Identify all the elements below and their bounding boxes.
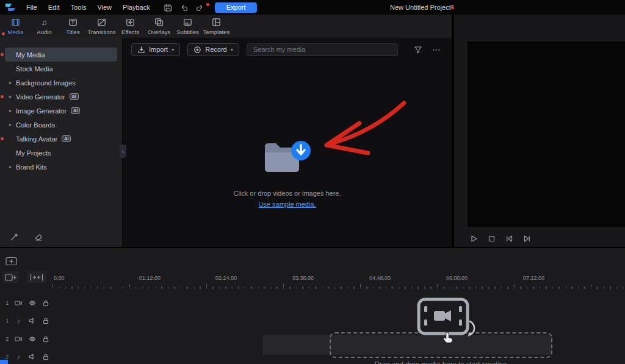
use-sample-media-link[interactable]: Use sample media. <box>123 201 452 208</box>
media-toolbar: Import ▾ Record ▾ ⋯ <box>123 38 452 61</box>
sidebar-item-image-generator[interactable]: ▸ Image Generator AI <box>5 104 117 118</box>
preview-panel <box>454 15 625 247</box>
stop-button[interactable] <box>486 234 497 244</box>
tab-label: Audio <box>37 29 51 35</box>
eraser-button[interactable] <box>32 231 44 243</box>
record-button[interactable]: Record ▾ <box>187 43 239 56</box>
tab-media[interactable]: Media <box>1 15 30 38</box>
ruler-label: 02:24:00 <box>215 275 237 281</box>
magic-wand-icon <box>10 232 19 241</box>
sidebar-item-color-boards[interactable]: ▸ Color Boards <box>5 118 117 132</box>
filter-button[interactable] <box>413 44 424 55</box>
sidebar-item-label: My Media <box>16 51 45 59</box>
speaker-icon <box>29 317 36 324</box>
next-frame-button[interactable] <box>522 234 532 244</box>
more-options-button[interactable]: ⋯ <box>431 44 442 55</box>
track-header-video-2: 2 <box>0 332 51 346</box>
redo-icon <box>196 4 204 12</box>
lock-track-button[interactable] <box>41 334 51 344</box>
sidebar-item-label: Image Generator <box>16 107 67 115</box>
menu-edit[interactable]: Edit <box>43 0 65 15</box>
chevron-right-icon: ▸ <box>9 164 12 170</box>
sidebar-item-label: Background Images <box>16 79 76 87</box>
timeline-view-button[interactable] <box>4 255 19 268</box>
eraser-icon <box>34 232 43 241</box>
toggle-visibility-button[interactable] <box>27 298 37 308</box>
search-input[interactable] <box>247 43 398 56</box>
lock-track-button[interactable] <box>41 352 51 362</box>
tab-subtitles[interactable]: Subtitles <box>173 15 202 38</box>
audio-track-icon: ♪ <box>17 353 21 360</box>
track-number: 2 <box>4 336 10 342</box>
menubar: File Edit Tools View Playback <box>0 0 625 15</box>
sidebar-item-my-media[interactable]: My Media <box>5 48 117 62</box>
sidebar-item-my-projects[interactable]: My Projects <box>5 146 117 160</box>
sidebar-item-brand-kits[interactable]: ▸ Brand Kits <box>5 160 117 174</box>
filter-icon <box>414 45 422 54</box>
video-track-icon <box>15 335 23 343</box>
audio-tab-icon: ♫ <box>42 18 48 27</box>
menu-file[interactable]: File <box>21 0 43 15</box>
video-track-icon <box>15 299 23 307</box>
menu-playback[interactable]: Playback <box>117 0 156 15</box>
tab-overlays[interactable]: Overlays <box>145 15 173 38</box>
play-button[interactable] <box>469 234 479 244</box>
save-button[interactable] <box>163 2 173 13</box>
menu-tools[interactable]: Tools <box>65 0 92 15</box>
mute-track-button[interactable] <box>27 352 37 362</box>
chevron-right-icon: ▸ <box>9 122 12 127</box>
toggle-visibility-button[interactable] <box>27 334 37 344</box>
sidebar-item-video-generator[interactable]: ▸ Video Generator AI <box>5 90 117 104</box>
tab-transitions[interactable]: Transitions <box>87 15 116 38</box>
step-back-icon <box>505 235 513 243</box>
ruler-label: 03:36:00 <box>292 275 314 281</box>
sidebar-item-label: Color Boards <box>16 121 55 129</box>
overlays-tab-icon <box>154 18 164 27</box>
chevron-left-icon: ‹ <box>122 148 125 155</box>
drop-folder-illustration[interactable] <box>261 135 313 179</box>
ellipsis-icon: ⋯ <box>432 45 441 54</box>
menu-view[interactable]: View <box>92 0 117 15</box>
notification-dot <box>2 32 5 35</box>
tab-titles[interactable]: Titles <box>59 15 87 38</box>
undo-icon <box>180 4 188 12</box>
timeline-view-icon <box>5 257 18 266</box>
tab-label: Media <box>8 29 24 35</box>
lock-track-button[interactable] <box>41 298 51 308</box>
redo-button[interactable] <box>195 2 205 13</box>
sidebar-item-stock-media[interactable]: Stock Media <box>5 62 117 76</box>
tab-audio[interactable]: ♫ Audio <box>30 15 59 38</box>
sidebar-item-background-images[interactable]: ▸ Background Images <box>5 76 117 90</box>
stop-icon <box>488 235 496 243</box>
titles-tab-icon <box>68 18 78 27</box>
track-number: 1 <box>4 318 10 324</box>
timeline-ruler[interactable]: 0:00 01:12:00 02:24:00 03:36:00 04:48:00… <box>0 275 625 282</box>
ruler-label: 01:12:00 <box>139 275 161 281</box>
magic-wand-button[interactable] <box>9 231 20 243</box>
collapse-panel-handle[interactable]: ‹ <box>120 145 126 158</box>
sidebar-item-label: My Projects <box>16 149 51 157</box>
tab-templates[interactable]: Templates <box>202 15 231 38</box>
tab-label: Overlays <box>148 29 170 35</box>
record-label: Record <box>205 46 226 53</box>
notification-dot <box>451 6 454 9</box>
empty-state-text: Click or drop videos or images here. <box>123 190 452 197</box>
previous-frame-button[interactable] <box>504 234 515 244</box>
sidebar-item-talking-avatar[interactable]: Talking Avatar AI <box>5 132 117 146</box>
chevron-down-icon: ▾ <box>172 47 174 52</box>
export-button[interactable]: Export <box>215 2 258 13</box>
speaker-icon <box>29 353 36 360</box>
templates-tab-icon <box>212 18 221 27</box>
effects-tab-icon <box>126 18 135 27</box>
timeline-panel: 0:00 01:12:00 02:24:00 03:36:00 04:48:00… <box>0 247 625 364</box>
tab-effects[interactable]: Effects <box>116 15 145 38</box>
lock-track-button[interactable] <box>41 316 51 326</box>
mute-track-button[interactable] <box>27 316 37 326</box>
import-button[interactable]: Import ▾ <box>131 43 180 56</box>
track-header-video-1: 1 <box>0 296 51 310</box>
ai-badge: AI <box>70 93 79 100</box>
app-logo-icon <box>5 3 16 12</box>
film-strip-icon <box>419 299 468 334</box>
undo-button[interactable] <box>179 2 189 13</box>
notification-dot <box>1 53 4 56</box>
